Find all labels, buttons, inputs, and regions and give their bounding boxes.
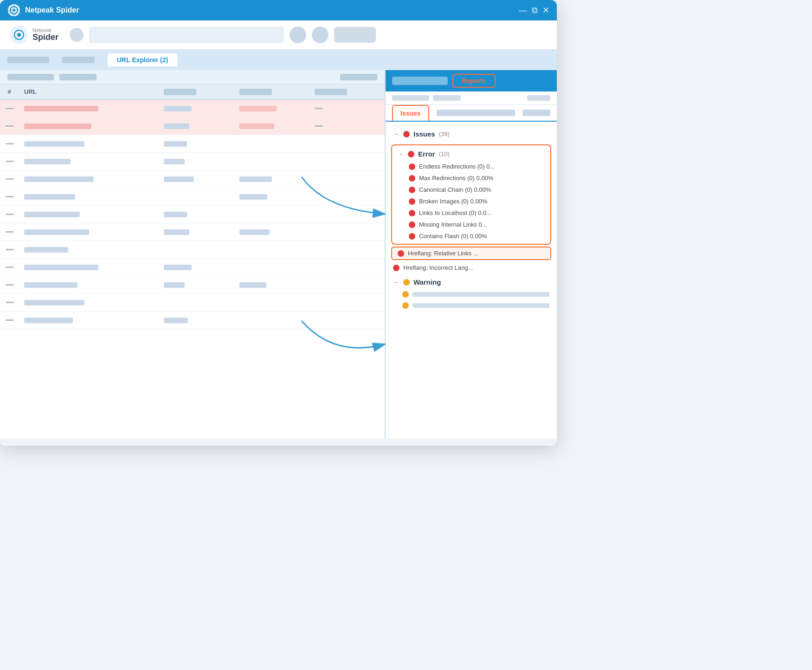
right-panel-top-bar: Reports (386, 70, 557, 91)
col2-bar (164, 318, 188, 323)
warning-group-header[interactable]: − Warning (386, 275, 557, 289)
url-bar (24, 159, 71, 164)
title-bar: Netpeak Spider — ⧉ ✕ (0, 0, 557, 20)
subheader-placeholder2 (59, 74, 97, 80)
table-row[interactable] (0, 276, 385, 294)
error-label: Error (418, 150, 435, 158)
nav-placeholder-bar2 (62, 57, 95, 63)
issues-tab-row: Issues (386, 105, 557, 122)
issue-item-contains-flash[interactable]: Contains Flash (0) 0.00% (392, 230, 550, 242)
hreflang-incorrect-lang-item[interactable]: Hreflang: Incorrect Lang... (386, 262, 557, 273)
col4-header (309, 89, 385, 95)
issue-item-broken-images[interactable]: Broken Images (0) 0.00% (392, 195, 550, 207)
subheader-placeholder1 (7, 74, 54, 80)
dash-icon (6, 108, 14, 109)
table-row[interactable] (0, 206, 385, 223)
main-toolbar: Netpeak Spider (0, 20, 557, 50)
app-title: Netpeak Spider (25, 6, 79, 14)
col-hash-header: # (0, 88, 19, 95)
col3-ph (239, 89, 272, 95)
warning-item-dot (402, 302, 409, 309)
col-url-header: URL (19, 88, 158, 95)
issues-tab-placeholder (437, 110, 515, 116)
url-bar (24, 176, 94, 182)
hreflang-relative-links-item[interactable]: Hreflang: Relative Links ... (391, 247, 551, 260)
table-row[interactable] (0, 117, 385, 135)
col4-dash (315, 125, 323, 127)
table-row[interactable] (0, 241, 385, 259)
table-row[interactable] (0, 312, 385, 329)
hreflang2-label: Hreflang: Incorrect Lang... (403, 264, 473, 271)
table-header: # URL (0, 85, 385, 100)
error-collapse-icon: − (398, 151, 404, 157)
dash-icon (6, 214, 14, 215)
main-content: # URL (0, 70, 557, 439)
right-panel-subtabs (386, 91, 557, 105)
tab-url-explorer[interactable]: URL Explorer (2) (108, 53, 177, 66)
maximize-button[interactable]: ⧉ (532, 6, 538, 14)
toolbar-url-input[interactable] (89, 26, 284, 43)
warning-item2[interactable] (402, 300, 557, 311)
warning-group: − Warning (386, 273, 557, 313)
error-group-box: − Error (10) Endless Redirections (0) 0.… (391, 144, 551, 245)
dash-icon (6, 125, 14, 127)
table-row[interactable] (0, 135, 385, 153)
table-row[interactable] (0, 100, 385, 117)
col2-bar (164, 106, 192, 111)
issues-tab[interactable]: Issues (392, 105, 429, 121)
item-dot (409, 221, 415, 228)
item-dot (409, 198, 415, 205)
subtab-ph2 (433, 95, 461, 101)
url-bar (24, 229, 89, 235)
table-row[interactable] (0, 294, 385, 312)
dash-icon (6, 196, 14, 197)
window-controls: — ⧉ ✕ (519, 6, 549, 14)
issue-item-max-redirections[interactable]: Max Redirections (0) 0.00% (392, 172, 550, 184)
col3-bar (239, 124, 274, 129)
dash-icon (6, 178, 14, 180)
dash-icon (6, 249, 14, 250)
warning-label: Warning (413, 278, 441, 286)
error-count: (10) (439, 150, 450, 157)
issue-item-missing-internal-links[interactable]: Missing Internal Links 0... (392, 219, 550, 230)
subtab-ph3 (527, 95, 550, 101)
nav-tab-placeholder2 (62, 57, 104, 63)
warning-items (386, 289, 557, 311)
issues-group-header[interactable]: − Issues (39) (386, 127, 557, 141)
url-bar (24, 124, 91, 129)
collapse-icon: − (393, 131, 400, 137)
warning-item1[interactable] (402, 289, 557, 300)
col4-ph (315, 89, 347, 95)
issues-group: − Issues (39) (386, 125, 557, 143)
url-bar (24, 106, 98, 111)
subtab-ph1 (392, 95, 429, 101)
col3-bar (239, 106, 277, 111)
error-group-header[interactable]: − Error (10) (392, 147, 550, 161)
table-row[interactable] (0, 259, 385, 276)
col2-bar (164, 159, 185, 164)
table-area: # URL (0, 70, 385, 439)
issue-item-canonical-chain[interactable]: Canonical Chain (0) 0.00% (392, 184, 550, 195)
hreflang2-dot (393, 265, 400, 271)
close-button[interactable]: ✕ (542, 6, 549, 14)
dash-icon (6, 302, 14, 303)
svg-point-7 (17, 33, 21, 37)
nav-tab-placeholder1 (7, 57, 58, 63)
toolbar-brand: Netpeak Spider (9, 25, 58, 45)
table-subheader (0, 70, 385, 85)
brand-bot: Spider (32, 33, 58, 42)
table-row[interactable] (0, 223, 385, 241)
url-bar (24, 265, 98, 270)
table-row[interactable] (0, 188, 385, 206)
issue-item-endless-redirections[interactable]: Endless Redirections (0) 0... (392, 161, 550, 172)
url-bar (24, 318, 73, 323)
toolbar-action-btn[interactable] (334, 27, 376, 43)
col2-bar (164, 229, 189, 235)
reports-tab-button[interactable]: Reports (452, 74, 496, 88)
issue-item-links-localhost[interactable]: Links to Localhost (0) 0.0... (392, 207, 550, 219)
col3-bar (239, 194, 267, 200)
minimize-button[interactable]: — (519, 6, 527, 14)
table-row[interactable] (0, 153, 385, 170)
item-dot (409, 175, 415, 182)
table-row[interactable] (0, 170, 385, 188)
